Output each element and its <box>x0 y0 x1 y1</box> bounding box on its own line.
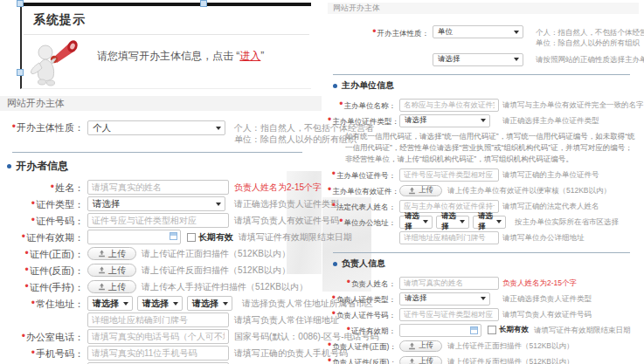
org-office-address-2-select[interactable]: 请选择 <box>473 216 506 229</box>
chevron-down-icon <box>496 220 502 223</box>
cert-validity-date-input[interactable] <box>87 230 181 244</box>
upload-icon <box>408 358 416 364</box>
cert-front-control: 上传 <box>87 247 136 260</box>
upload-icon <box>98 250 106 258</box>
mobile-number-input[interactable] <box>87 346 229 361</box>
required-marker: • <box>339 98 343 110</box>
org-office-address-0-select[interactable]: 请选择 <box>399 216 433 229</box>
right-form: •开办主体性质：单位个人：指自然人，不包括个体经营者单位：除自然人以外的所有组织… <box>322 14 644 364</box>
field-hint: 请填写负责人有效证件号码 <box>502 309 592 319</box>
select-value: 请选择 <box>93 298 119 310</box>
calendar-icon[interactable] <box>470 326 478 334</box>
cert-handheld-row: •证件(手持)：上传请上传本人手持证件扫描件（512KB以内） <box>0 278 322 295</box>
field-label-text: 负责人证件类型： <box>336 295 396 304</box>
bullet-icon <box>333 262 337 266</box>
required-marker: • <box>328 183 331 196</box>
residence-address-control: 请选择请选择请选择 <box>87 296 237 311</box>
selection-handle[interactable] <box>17 69 24 76</box>
calendar-icon[interactable] <box>170 232 177 240</box>
subject-nature-select[interactable]: 个人 <box>87 120 225 135</box>
chevron-down-icon <box>423 220 428 223</box>
selection-handle[interactable] <box>17 0 24 7</box>
principal-cert-front-upload-button[interactable]: 上传 <box>399 340 442 352</box>
principal-cert-back-control: 上传 <box>399 356 442 364</box>
required-marker: • <box>24 280 28 292</box>
office-phone-input[interactable] <box>87 329 229 344</box>
upload-button-label: 上传 <box>108 264 126 277</box>
principal-name-input[interactable] <box>399 277 499 290</box>
mobile-number-control <box>87 346 229 361</box>
bullet-icon <box>7 164 11 168</box>
cert-front-upload-button[interactable]: 上传 <box>87 247 136 260</box>
required-marker: • <box>31 197 35 209</box>
principal-cert-number-row: •负责人证件号码：请填写负责人有效证件号码 <box>328 306 644 322</box>
org-office-address-1-select[interactable]: 请选择 <box>436 216 469 229</box>
org-cert-type-row: •主办单位证件类型：请选择请正确选择主办单位证件类型 <box>328 113 644 128</box>
field-label: •常住地址： <box>0 297 84 311</box>
field-label: •负责人证件号码： <box>328 307 396 321</box>
org-cert-type-control: 请选择 <box>399 114 497 127</box>
required-marker: • <box>347 323 350 335</box>
subject-nature-select[interactable]: 单位 <box>433 25 523 38</box>
cert-number-input[interactable] <box>87 213 229 228</box>
principal-cert-type-control: 请选择 <box>399 292 497 306</box>
org-office-address-control: 请选择请选择请选择 <box>399 216 509 229</box>
field-hint: 请填写正确的主办单位证件号 <box>502 169 599 180</box>
field-label-text: 证件类型： <box>36 199 84 209</box>
org-name-input[interactable] <box>399 99 499 112</box>
field-label-text: 负责人姓名： <box>351 279 396 288</box>
selection-handle[interactable] <box>200 0 207 7</box>
org-cert-type-select[interactable]: 请选择 <box>399 114 490 127</box>
right-panel-header: 网站开办主体 <box>328 3 639 14</box>
field-hint: 个人：指自然人，不包括个体经营者单位：除自然人以外的所有组织 <box>536 27 644 48</box>
field-label: •证件有效期： <box>0 230 84 244</box>
principal-cert-number-input[interactable] <box>399 308 499 321</box>
required-marker: • <box>22 230 25 243</box>
field-label-text: 开办主体性质： <box>17 122 84 133</box>
field-hint: 请上传证件正面扫描件（512KB以内） <box>447 340 574 351</box>
required-marker: • <box>22 330 25 342</box>
field-label-text: 负责人证件(正面)： <box>332 342 397 351</box>
principal-cert-validity-date-input[interactable] <box>399 324 481 337</box>
principal-cert-validity-checkbox[interactable] <box>488 326 496 334</box>
principal-cert-type-select[interactable]: 请选择 <box>399 292 490 306</box>
residence-address-detail-input[interactable] <box>87 312 229 327</box>
chevron-down-icon <box>223 302 228 306</box>
section-divider <box>12 152 302 153</box>
required-marker: • <box>24 247 28 259</box>
field-label-text: 证件号码： <box>36 216 84 226</box>
org-office-address-detail-input[interactable] <box>399 231 499 244</box>
org-cert-upload-row: •主办单位有效证件：上传请上传主办单位有效证件以便审核（512KB以内） <box>328 182 644 198</box>
org-cert-number-control <box>399 168 497 182</box>
required-marker: • <box>24 264 28 276</box>
checkbox-label: 长期有效 <box>499 325 529 335</box>
field-label: •姓名： <box>0 181 84 195</box>
name-input[interactable] <box>87 180 229 195</box>
org-cert-number-input[interactable] <box>399 168 499 182</box>
cert-validity-checkbox[interactable] <box>187 233 196 242</box>
field-hint: 请上传主办单位有效证件以便审核（512KB以内） <box>447 185 611 196</box>
principal-cert-back-upload-button[interactable]: 上传 <box>399 356 442 364</box>
residence-address-1-select[interactable]: 请选择 <box>137 296 183 311</box>
cert-type-select[interactable]: 请选择 <box>87 196 225 211</box>
residence-address-2-select[interactable]: 请选择 <box>187 296 232 311</box>
cert-back-upload-button[interactable]: 上传 <box>87 264 136 277</box>
field-label-text: 证件(反面)： <box>30 265 84 276</box>
cert-handheld-upload-button[interactable]: 上传 <box>87 280 136 293</box>
residence-address-0-select[interactable]: 请选择 <box>87 296 133 311</box>
enter-link[interactable]: 进入 <box>239 50 260 62</box>
subject-nature-control: 个人 <box>87 120 229 135</box>
field-label: •证件类型： <box>0 197 84 211</box>
office-phone-row: •办公室电话：国家号码(默认：0086)-区号-电话号码 <box>0 328 322 345</box>
field-label: •证件号码： <box>0 214 84 228</box>
org-nature-select[interactable]: 请选择 <box>433 53 523 66</box>
residence-address-detail-control <box>87 312 229 327</box>
required-marker: • <box>347 276 350 288</box>
principal-cert-number-control <box>399 308 497 321</box>
subject-nature-control: 单位 <box>433 25 530 38</box>
org-nature-control: 请选择 <box>433 53 530 66</box>
org-cert-upload-upload-button[interactable]: 上传 <box>399 185 442 196</box>
required-marker: • <box>332 199 336 211</box>
section-divider <box>333 252 630 253</box>
select-value: 请选择 <box>478 211 493 232</box>
